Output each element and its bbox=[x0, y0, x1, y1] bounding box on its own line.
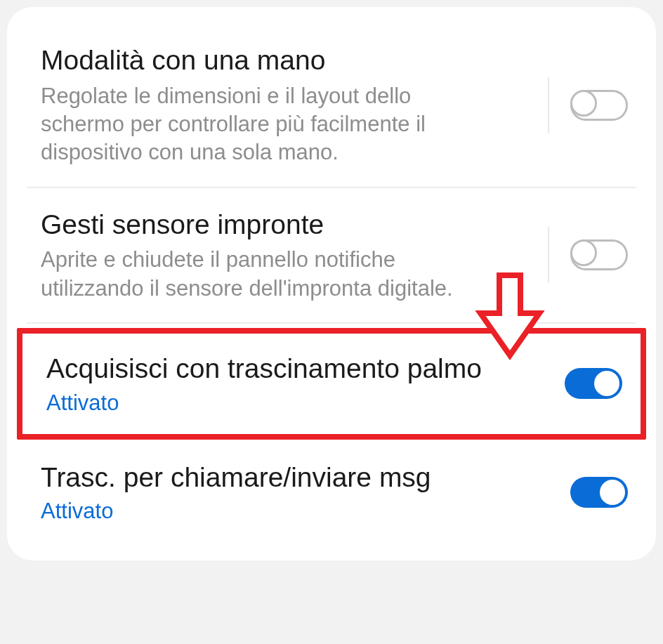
setting-desc: Regolate le dimensioni e il layout dello… bbox=[41, 82, 534, 167]
toggle-wrap bbox=[548, 227, 628, 283]
setting-swipe-call[interactable]: Trasc. per chiamare/inviare msg Attivato bbox=[7, 441, 656, 544]
setting-palm-swipe[interactable]: Acquisisci con trascinamento palmo Attiv… bbox=[22, 334, 641, 434]
setting-desc: Aprite e chiudete il pannello notifiche … bbox=[41, 246, 534, 303]
toggle-wrap bbox=[549, 464, 628, 520]
toggle-swipe-call[interactable] bbox=[570, 477, 628, 508]
setting-text: Modalità con una mano Regolate le dimens… bbox=[41, 44, 534, 167]
setting-text: Acquisisci con trascinamento palmo Attiv… bbox=[46, 352, 530, 416]
settings-card: Modalità con una mano Regolate le dimens… bbox=[7, 7, 656, 560]
setting-title: Modalità con una mano bbox=[41, 44, 534, 78]
setting-title: Gesti sensore impronte bbox=[41, 208, 534, 242]
divider bbox=[27, 322, 636, 324]
highlighted-setting: Acquisisci con trascinamento palmo Attiv… bbox=[17, 328, 646, 440]
setting-status: Attivato bbox=[41, 499, 535, 524]
toggle-palm-swipe[interactable] bbox=[565, 368, 622, 399]
setting-text: Trasc. per chiamare/inviare msg Attivato bbox=[41, 461, 535, 525]
toggle-wrap bbox=[548, 77, 628, 133]
setting-fingerprint-gestures[interactable]: Gesti sensore impronte Aprite e chiudete… bbox=[7, 188, 656, 322]
toggle-one-handed[interactable] bbox=[570, 90, 628, 121]
setting-status: Attivato bbox=[46, 390, 530, 416]
toggle-wrap bbox=[544, 355, 622, 412]
toggle-fingerprint[interactable] bbox=[570, 239, 628, 270]
setting-text: Gesti sensore impronte Aprite e chiudete… bbox=[41, 208, 534, 303]
setting-title: Acquisisci con trascinamento palmo bbox=[46, 352, 530, 386]
setting-one-handed[interactable]: Modalità con una mano Regolate le dimens… bbox=[7, 24, 656, 187]
setting-title: Trasc. per chiamare/inviare msg bbox=[41, 461, 535, 495]
